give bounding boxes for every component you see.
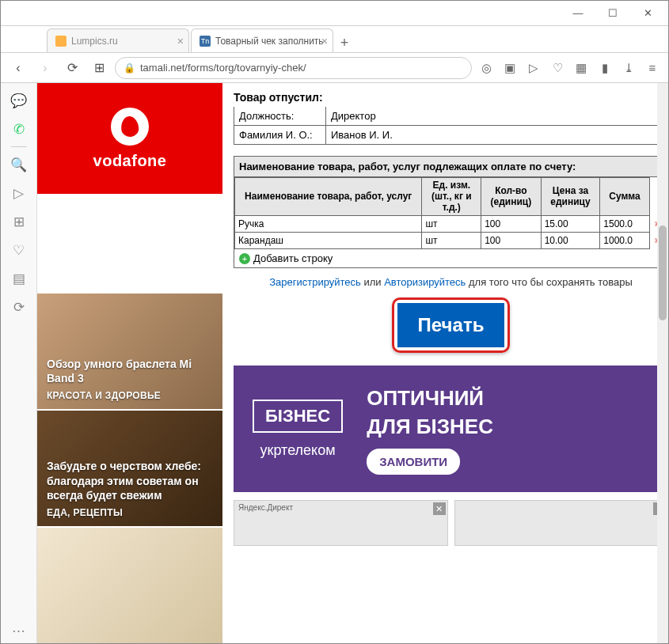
close-icon[interactable]: × xyxy=(177,35,184,47)
add-row-button[interactable]: + Добавить строку xyxy=(234,249,667,267)
form-row-position: Должность: xyxy=(234,107,668,126)
vodafone-logo-icon xyxy=(111,108,149,146)
products-title: Наименование товара, работ, услуг подлеж… xyxy=(234,157,667,177)
cell-name-input[interactable] xyxy=(238,218,418,229)
messenger-icon[interactable]: 💬 xyxy=(6,88,32,113)
scroll-thumb[interactable] xyxy=(659,225,667,320)
browser-window: — ☐ ✕ Lumpics.ru × Tn Товарный чек запол… xyxy=(0,0,669,644)
products-table: Наименование товара, работ, услуг Ед. из… xyxy=(234,177,667,249)
tab-title: Lumpics.ru xyxy=(71,36,118,47)
url-text: tamali.net/forms/torg/tovarnyiy-chek/ xyxy=(140,62,306,74)
more-icon[interactable]: ⋯ xyxy=(6,618,32,643)
bookmarks-icon[interactable]: ♡ xyxy=(6,237,32,263)
new-tab-button[interactable]: + xyxy=(335,33,354,52)
released-section: Товар отпустил: Должность: Фамилия И. О.… xyxy=(234,88,668,145)
ukrtelecom-label: укртелеком xyxy=(260,442,336,459)
address-bar: ‹ › ⟳ ⊞ 🔒 tamali.net/forms/torg/tovarnyi… xyxy=(1,53,668,83)
heart-icon[interactable]: ♡ xyxy=(548,59,567,78)
window-maximize-button[interactable]: ☐ xyxy=(595,2,630,25)
window-close-button[interactable]: ✕ xyxy=(630,2,665,25)
forward-button[interactable]: › xyxy=(34,57,56,79)
cell-unit-input[interactable] xyxy=(425,218,477,229)
col-sum: Сумма xyxy=(600,178,649,216)
ukrtelecom-banner[interactable]: БІЗНЕС укртелеком ОПТИЧНИЙ ДЛЯ БІЗНЕС ЗА… xyxy=(234,366,668,492)
article-card[interactable]: Обзор умного браслета Mi Band 3 КРАСОТА … xyxy=(37,292,222,409)
easy-setup-icon[interactable]: ≡ xyxy=(643,59,662,78)
position-input[interactable] xyxy=(326,107,667,125)
table-row: ✂ xyxy=(235,216,667,233)
whatsapp-icon[interactable]: ✆ xyxy=(6,116,32,142)
table-header-row: Наименование товара, работ, услуг Ед. из… xyxy=(235,178,667,216)
page-content: vodafone Обзор умного браслета Mi Band 3… xyxy=(37,83,668,643)
name-label: Фамилия И. О.: xyxy=(234,126,326,144)
col-unit: Ед. изм. (шт., кг и т.д.) xyxy=(422,178,481,216)
ad-close-icon[interactable]: ✕ xyxy=(433,502,446,515)
banner-right: ОПТИЧНИЙ ДЛЯ БІЗНЕС ЗАМОВИТИ xyxy=(367,384,493,475)
banner-cta-button[interactable]: ЗАМОВИТИ xyxy=(367,449,460,475)
form-row-name: Фамилия И. О.: xyxy=(234,126,668,145)
col-qty: Кол-во (единиц) xyxy=(481,178,542,216)
article-card[interactable]: Забудьте о черством хлебе: благодаря эти… xyxy=(37,409,222,526)
print-wrap: Печать xyxy=(234,297,668,353)
back-button[interactable]: ‹ xyxy=(7,57,29,79)
close-icon[interactable]: × xyxy=(321,35,328,47)
speed-dial-icon[interactable]: ⊞ xyxy=(6,209,32,234)
register-link[interactable]: Зарегистрируйтесь xyxy=(269,276,361,288)
flow-icon[interactable]: ▷ xyxy=(524,59,543,78)
article-card[interactable] xyxy=(37,526,222,643)
biznes-label: БІЗНЕС xyxy=(253,400,343,433)
cell-qty-input[interactable] xyxy=(485,235,538,246)
login-link[interactable]: Авторизируйтесь xyxy=(384,276,466,288)
cell-price-input[interactable] xyxy=(545,218,597,229)
cell-sum-input[interactable] xyxy=(603,218,645,229)
cell-name-input[interactable] xyxy=(238,235,418,246)
download-icon[interactable]: ⤓ xyxy=(619,59,638,78)
history-icon[interactable]: ⟳ xyxy=(6,294,32,320)
name-input[interactable] xyxy=(326,126,667,144)
register-line: Зарегистрируйтесь или Авторизируйтесь дл… xyxy=(237,276,665,288)
tab-lumpics[interactable]: Lumpics.ru × xyxy=(47,28,189,52)
plus-icon: + xyxy=(239,253,250,264)
extension-icon[interactable]: ▮ xyxy=(595,59,614,78)
side-panel: 💬 ✆ 🔍 ▷ ⊞ ♡ ▤ ⟳ ⋯ xyxy=(1,83,37,643)
position-label: Должность: xyxy=(234,107,326,125)
banner-line1: ОПТИЧНИЙ xyxy=(367,384,493,412)
cell-qty-input[interactable] xyxy=(485,218,538,229)
banner-left: БІЗНЕС укртелеком xyxy=(253,400,343,459)
search-icon[interactable]: 🔍 xyxy=(6,152,32,177)
url-input[interactable]: 🔒 tamali.net/forms/torg/tovarnyiy-chek/ xyxy=(115,57,472,79)
col-price: Цена за единицу xyxy=(541,178,600,216)
ad-row: Яндекс.Директ ✕ ✕ xyxy=(234,500,668,546)
scrollbar[interactable] xyxy=(657,83,668,643)
tab-receipt[interactable]: Tn Товарный чек заполнить × xyxy=(191,28,333,52)
vpn-icon[interactable]: ▣ xyxy=(500,59,519,78)
ad-slot: Яндекс.Директ ✕ xyxy=(234,500,448,546)
extension-icon[interactable]: ▦ xyxy=(572,59,591,78)
flow-icon[interactable]: ▷ xyxy=(6,180,32,206)
article-category: ЕДА, РЕЦЕПТЫ xyxy=(47,507,213,518)
products-section: Наименование товара, работ, услуг подлеж… xyxy=(234,156,668,268)
ad-label: Яндекс.Директ xyxy=(234,501,447,514)
col-name: Наименование товара, работ, услуг xyxy=(235,178,422,216)
article-title: Забудьте о черством хлебе: благодаря эти… xyxy=(47,459,213,502)
snapshot-icon[interactable]: ◎ xyxy=(477,59,496,78)
divider xyxy=(11,146,27,147)
article-title: Обзор умного браслета Mi Band 3 xyxy=(47,357,213,385)
add-row-label: Добавить строку xyxy=(253,252,333,264)
ad-slot: ✕ xyxy=(454,500,669,546)
ad-whitespace xyxy=(37,194,222,292)
lock-icon: 🔒 xyxy=(124,63,135,74)
table-row: ✂ xyxy=(235,233,667,249)
content-area: 💬 ✆ 🔍 ▷ ⊞ ♡ ▤ ⟳ ⋯ vodafone Обзор умного … xyxy=(1,83,668,643)
cell-sum-input[interactable] xyxy=(603,235,645,246)
window-minimize-button[interactable]: — xyxy=(561,2,595,25)
speed-dial-button[interactable]: ⊞ xyxy=(88,57,110,79)
news-icon[interactable]: ▤ xyxy=(6,266,32,291)
highlight-outline: Печать xyxy=(392,297,511,353)
cell-price-input[interactable] xyxy=(545,235,597,246)
cell-unit-input[interactable] xyxy=(425,235,477,246)
reload-button[interactable]: ⟳ xyxy=(61,57,83,79)
print-button[interactable]: Печать xyxy=(397,303,505,347)
main-column: Товар отпустил: Должность: Фамилия И. О.… xyxy=(222,83,668,643)
vodafone-ad[interactable]: vodafone xyxy=(37,83,222,194)
